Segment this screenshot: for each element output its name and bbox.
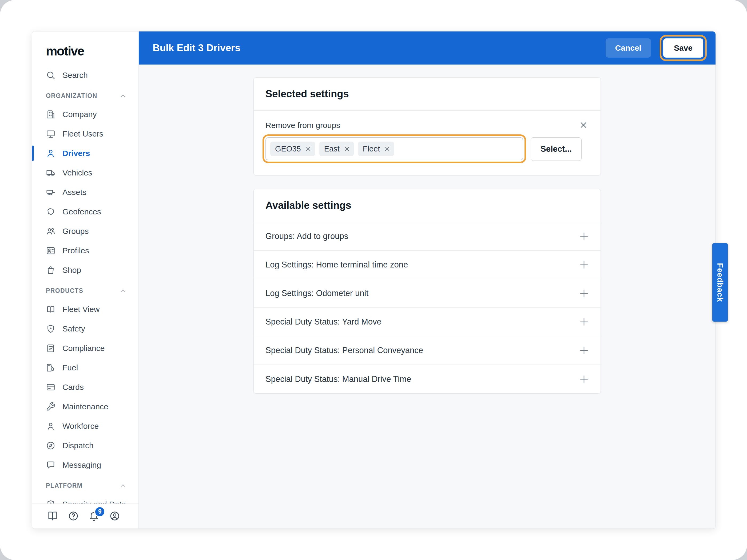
sidebar-item-vehicles[interactable]: Vehicles (32, 163, 138, 182)
compass-icon (46, 441, 55, 450)
sidebar-item-drivers[interactable]: Drivers (32, 143, 138, 163)
feedback-tab[interactable]: Feedback (712, 243, 728, 322)
available-settings-title: Available settings (254, 189, 600, 222)
sidebar-item-label: Shop (62, 266, 81, 275)
sidebar-item-label: Workforce (62, 422, 99, 431)
add-setting-button[interactable] (578, 288, 590, 299)
section-label: PRODUCTS (46, 287, 83, 294)
add-setting-button[interactable] (578, 316, 590, 328)
sidebar-item-shop[interactable]: Shop (32, 260, 138, 280)
setting-row-label: Special Duty Status: Personal Conveyance (265, 346, 423, 355)
sidebar-item-label: Fuel (62, 363, 78, 372)
sidebar-item-profiles[interactable]: Profiles (32, 241, 138, 260)
sidebar-item-fuel[interactable]: Fuel (32, 358, 138, 377)
group-chip: GEO35 (270, 141, 315, 156)
sidebar-item-geofences[interactable]: Geofences (32, 202, 138, 221)
sidebar-item-company[interactable]: Company (32, 105, 138, 124)
setting-row-label: Groups: Add to groups (265, 232, 348, 241)
help-button[interactable] (68, 510, 79, 522)
add-setting-button[interactable] (578, 373, 590, 385)
bulk-edit-header: Bulk Edit 3 Drivers Cancel Save (139, 31, 716, 64)
selected-settings-card: Selected settings Remove from groups GEO… (253, 77, 601, 176)
shopping-bag-icon (46, 265, 55, 275)
notifications-button[interactable]: 9 (88, 510, 100, 522)
plus-icon (578, 231, 590, 242)
sidebar-item-label: Messaging (62, 460, 101, 470)
sidebar-item-groups[interactable]: Groups (32, 221, 138, 241)
sidebar-item-label: Company (62, 110, 97, 119)
sidebar-item-fleet-view[interactable]: Fleet View (32, 299, 138, 319)
sidebar-item-label: Fleet Users (62, 129, 103, 138)
chip-label: GEO35 (275, 144, 301, 153)
wrench-icon (46, 402, 55, 411)
driver-person-icon (46, 149, 55, 158)
sidebar-item-label: Compliance (62, 344, 105, 353)
sidebar-item-label: Geofences (62, 207, 101, 216)
sidebar-item-label: Dispatch (62, 441, 94, 450)
sidebar-item-compliance[interactable]: Compliance (32, 339, 138, 358)
notification-count-badge: 9 (94, 506, 105, 517)
help-icon (68, 510, 79, 522)
app-canvas: motive Search ORGANIZATION Company Fleet… (0, 0, 747, 560)
remove-from-groups-label: Remove from groups (265, 121, 589, 130)
chip-remove-icon[interactable] (305, 145, 312, 153)
guide-button[interactable] (47, 510, 59, 522)
sidebar-section-products[interactable]: PRODUCTS (32, 282, 138, 299)
page-title: Bulk Edit 3 Drivers (153, 43, 606, 54)
chip-remove-icon[interactable] (384, 145, 391, 153)
account-button[interactable] (109, 510, 121, 522)
plus-icon (578, 288, 590, 299)
sidebar-item-maintenance[interactable]: Maintenance (32, 397, 138, 416)
sidebar-item-label: Groups (62, 227, 88, 236)
remove-setting-button[interactable] (579, 120, 590, 132)
people-group-icon (46, 226, 55, 236)
plus-icon (578, 345, 590, 356)
setting-row-manual-drive-time[interactable]: Special Duty Status: Manual Drive Time (254, 365, 600, 393)
sidebar-item-messaging[interactable]: Messaging (32, 455, 138, 475)
setting-row-yard-move[interactable]: Special Duty Status: Yard Move (254, 308, 600, 336)
page-background: motive Search ORGANIZATION Company Fleet… (0, 0, 747, 560)
remove-from-groups-field-row: GEO35 East Fleet (265, 137, 589, 161)
add-setting-button[interactable] (578, 259, 590, 271)
sidebar-item-fleet-users[interactable]: Fleet Users (32, 124, 138, 143)
add-setting-button[interactable] (578, 231, 590, 242)
chat-bubble-icon (46, 460, 55, 470)
sidebar-item-cards[interactable]: Cards (32, 377, 138, 397)
groups-chip-input[interactable]: GEO35 East Fleet (265, 137, 523, 160)
sidebar-item-assets[interactable]: Assets (32, 182, 138, 202)
sidebar-item-workforce[interactable]: Workforce (32, 416, 138, 436)
sidebar-item-search[interactable]: Search (32, 65, 138, 85)
setting-row-label: Special Duty Status: Yard Move (265, 317, 382, 327)
setting-row-home-terminal-time-zone[interactable]: Log Settings: Home terminal time zone (254, 251, 600, 279)
cancel-button[interactable]: Cancel (606, 38, 651, 58)
sidebar-item-label: Vehicles (62, 168, 92, 177)
setting-row-add-to-groups[interactable]: Groups: Add to groups (254, 222, 600, 251)
sidebar: motive Search ORGANIZATION Company Fleet… (32, 31, 139, 529)
close-icon (579, 120, 588, 130)
truck-icon (46, 168, 55, 178)
id-card-icon (46, 246, 55, 256)
select-groups-button[interactable]: Select... (531, 137, 582, 161)
app-window: motive Search ORGANIZATION Company Fleet… (32, 31, 716, 529)
sidebar-item-safety[interactable]: Safety (32, 319, 138, 339)
motive-logo[interactable]: motive (32, 31, 138, 65)
available-settings-card: Available settings Groups: Add to groups… (253, 189, 601, 394)
open-book-icon (46, 304, 55, 314)
setting-row-personal-conveyance[interactable]: Special Duty Status: Personal Conveyance (254, 336, 600, 365)
group-chip: East (319, 141, 354, 156)
sidebar-item-dispatch[interactable]: Dispatch (32, 436, 138, 455)
chevron-up-icon (119, 287, 127, 294)
save-button[interactable]: Save (663, 38, 703, 58)
plus-icon (578, 316, 590, 328)
setting-row-odometer-unit[interactable]: Log Settings: Odometer unit (254, 279, 600, 308)
sidebar-section-organization[interactable]: ORGANIZATION (32, 87, 138, 105)
add-setting-button[interactable] (578, 345, 590, 356)
chip-remove-icon[interactable] (343, 145, 351, 153)
section-label: PLATFORM (46, 482, 82, 489)
geofence-polygon-icon (46, 207, 55, 216)
plus-icon (578, 373, 590, 385)
selected-settings-body: Remove from groups GEO35 (254, 111, 600, 175)
sidebar-section-platform[interactable]: PLATFORM (32, 477, 138, 495)
sidebar-item-label: Fleet View (62, 305, 100, 314)
setting-row-label: Special Duty Status: Manual Drive Time (265, 374, 411, 384)
